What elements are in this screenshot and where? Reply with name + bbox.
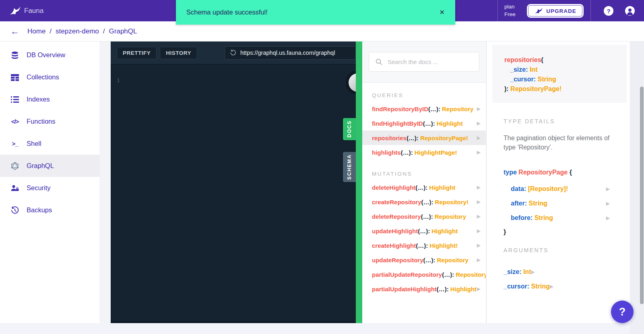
sidebar-item-shell[interactable]: >_ Shell: [0, 133, 99, 155]
type-name[interactable]: RepositoryPage: [518, 169, 568, 176]
sidebar-item-graphql[interactable]: GraphQL: [0, 155, 99, 177]
history-arrow-icon: [230, 50, 236, 56]
field-type: Highlight: [450, 286, 477, 293]
type-field-before[interactable]: before: String▶: [487, 211, 630, 225]
doc-item-partialUpdateRepository[interactable]: partialUpdateRepository(…):Repository▶: [362, 267, 486, 282]
tab-docs[interactable]: DOCS: [343, 118, 356, 140]
field-type: String: [528, 200, 547, 207]
field-signature: repositories( _size: Int _cursor: String…: [492, 45, 627, 103]
doc-item-createHighlight[interactable]: createHighlight(…):Highlight!▶: [362, 238, 486, 253]
sidebar-item-collections[interactable]: Collections: [0, 66, 99, 88]
user-account-icon[interactable]: [625, 6, 635, 16]
doc-item-deleteHighlight[interactable]: deleteHighlight(…):Highlight▶: [362, 180, 486, 195]
field-type: HighlightPage!: [415, 149, 457, 156]
arg-colon: :: [534, 76, 536, 83]
sidebar-item-label: Security: [27, 184, 51, 192]
expand-arrow-icon: ▶: [477, 185, 481, 190]
arg-name: _size: [504, 268, 519, 276]
sidebar-item-indexes[interactable]: Indexes: [0, 88, 99, 110]
field-colon: :: [525, 200, 527, 207]
sidebar-item-label: Indexes: [27, 95, 50, 103]
arg-type: Int: [530, 66, 538, 73]
field-args: (…):: [421, 213, 433, 220]
field-name: before: [511, 214, 530, 222]
expand-arrow-icon: ▶: [477, 149, 481, 155]
type-details-heading: TYPE DETAILS: [504, 118, 630, 124]
type-field-data[interactable]: data: [Repository]!▶: [487, 182, 630, 196]
field-type: Repository: [442, 106, 473, 112]
panel-resize-divider[interactable]: [356, 41, 362, 323]
arg-type: String: [537, 76, 556, 83]
doc-item-repositories[interactable]: repositories(…):RepositoryPage!▶: [362, 131, 486, 145]
toast-close-icon[interactable]: ✕: [440, 8, 445, 16]
plan-indicator: plan Free: [504, 3, 516, 18]
expand-arrow-icon: ▶: [477, 120, 481, 126]
doc-item-deleteRepository[interactable]: deleteRepository(…):Repository▶: [362, 209, 486, 224]
docs-explorer-panel: QUERIES findRepositoryByID(…):Repository…: [362, 41, 486, 323]
doc-item-updateHighlight[interactable]: updateHighlight(…):Highlight▶: [362, 224, 486, 238]
expand-arrow-icon: ▶: [477, 257, 481, 263]
open-brace: {: [570, 169, 572, 176]
field-args: (…):: [416, 242, 428, 249]
argument-size[interactable]: _size: Int▶: [487, 265, 630, 279]
prettify-button[interactable]: PRETTIFY: [117, 47, 157, 59]
type-field-after[interactable]: after: String▶: [487, 196, 630, 211]
brand-name: Fauna: [24, 7, 43, 15]
argument-cursor[interactable]: _cursor: String▶: [487, 279, 630, 294]
field-type: Highlight: [431, 228, 458, 234]
expand-arrow-icon: ▶: [477, 106, 481, 112]
breadcrumb-database[interactable]: stepzen-demo: [56, 27, 99, 35]
security-icon: [10, 183, 20, 193]
docs-search-header: [362, 41, 486, 83]
page-scrollbar-thumb[interactable]: [640, 87, 644, 304]
upgrade-button[interactable]: UPGRADE: [527, 4, 584, 18]
tab-schema[interactable]: SCHEMA: [343, 152, 356, 182]
breadcrumb-separator: /: [103, 27, 105, 35]
sidebar-item-security[interactable]: Security: [0, 177, 99, 199]
doc-item-findRepositoryByID[interactable]: findRepositoryByID(…):Repository▶: [362, 102, 486, 116]
arg-name: _size: [510, 66, 526, 73]
field-name: repositories: [372, 135, 407, 141]
arguments-heading: ARGUMENTS: [504, 247, 630, 253]
help-fab-button[interactable]: ?: [611, 301, 634, 323]
sidebar-item-backups[interactable]: Backups: [0, 199, 99, 221]
fauna-logo[interactable]: Fauna: [9, 6, 43, 16]
doc-item-partialUpdateHighlight[interactable]: partialUpdateHighlight(…):Highlight▶: [362, 282, 486, 296]
doc-item-createRepository[interactable]: createRepository(…):Repository!▶: [362, 195, 486, 209]
page-scrollbar-track[interactable]: [630, 41, 644, 334]
sidebar-item-db-overview[interactable]: DB Overview: [0, 44, 99, 66]
breadcrumb-home[interactable]: Home: [27, 27, 45, 35]
doc-item-highlights[interactable]: highlights(…):HighlightPage!▶: [362, 145, 486, 160]
arg-name: _cursor: [504, 283, 527, 290]
arg-colon: :: [527, 283, 529, 290]
line-number: 1: [117, 77, 120, 83]
field-args: (…):: [421, 199, 433, 205]
graphql-editor-panel: PRETTIFY HISTORY 1: [111, 41, 356, 323]
bottom-strip: [0, 323, 644, 334]
history-button[interactable]: HISTORY: [160, 47, 197, 59]
docs-search-input[interactable]: [388, 58, 473, 65]
close-brace: }: [504, 228, 630, 236]
field-name: deleteRepository: [372, 213, 421, 220]
field-args: (…):: [423, 257, 436, 263]
endpoint-url-input[interactable]: [240, 50, 351, 56]
editor-toolbar: PRETTIFY HISTORY: [111, 41, 356, 64]
shell-icon: >_: [10, 139, 20, 149]
field-args: (…):: [428, 106, 440, 112]
query-editor-area[interactable]: 1: [111, 64, 356, 84]
sidebar-item-label: Shell: [27, 140, 41, 147]
back-arrow-icon[interactable]: ←: [10, 27, 19, 36]
search-icon: [376, 58, 382, 65]
field-name: partialUpdateHighlight: [372, 286, 437, 293]
field-name: createRepository: [372, 199, 421, 205]
sidebar-item-functions[interactable]: </> Functions: [0, 110, 99, 133]
doc-item-findHighlightByID[interactable]: findHighlightByID(…):Highlight▶: [362, 116, 486, 131]
breadcrumb-current[interactable]: GraphQL: [109, 27, 137, 35]
fauna-bird-icon: [9, 6, 21, 16]
field-detail-panel: repositories( _size: Int _cursor: String…: [486, 41, 630, 323]
help-icon[interactable]: ?: [604, 6, 613, 16]
field-name: data: [511, 185, 524, 193]
field-type: [Repository]!: [528, 185, 568, 193]
doc-item-updateRepository[interactable]: updateRepository(…):Repository▶: [362, 253, 486, 267]
breadcrumb-separator: /: [50, 27, 52, 35]
